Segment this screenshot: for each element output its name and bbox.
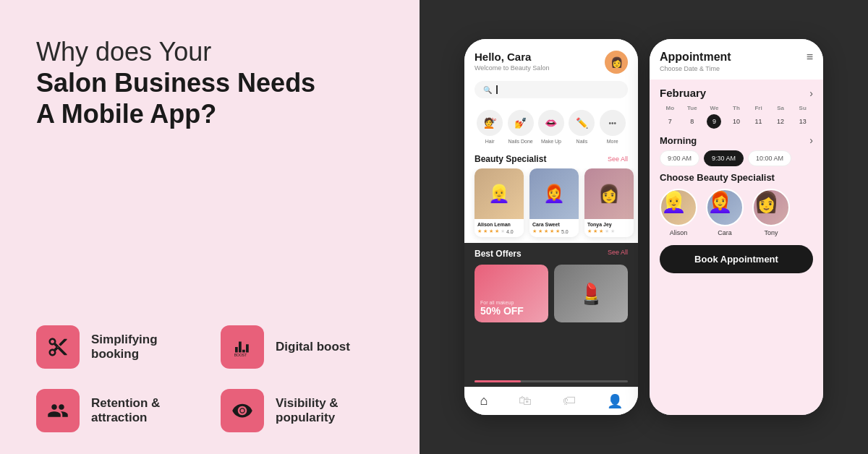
cat-hair-label: Hair: [485, 139, 495, 144]
cal-day-8[interactable]: 8: [685, 114, 699, 129]
cat-nails[interactable]: ✏️ Nails: [569, 110, 595, 144]
nav-tag-icon[interactable]: 🏷: [563, 393, 576, 409]
specialist-cara-info: Cara Sweet ★★★★★ 5.0: [529, 219, 579, 237]
phone2-specialist-label: Choose Beauty Specialist: [660, 172, 813, 183]
month-label: February: [660, 87, 706, 99]
time-chevron[interactable]: ›: [809, 134, 813, 146]
specialist-cara-photo: 👩‍🦰: [529, 168, 579, 219]
offer-big-text: 50% OFF: [480, 305, 542, 317]
p2-spec-alison[interactable]: 👱‍♀️ Alison: [660, 189, 697, 236]
month-row: February ›: [660, 87, 813, 99]
phone1-search[interactable]: 🔍: [475, 81, 628, 98]
offer-img-area: 💄: [554, 265, 628, 322]
nav-profile-icon[interactable]: 👤: [607, 393, 623, 409]
phone2-subtitle: Choose Date & Time: [660, 65, 731, 72]
specialist-alison-info: Alison Leman ★★★★★ 4.0: [475, 219, 524, 237]
right-section: Hello, Cara Welcome to Beauty Salon 👩 🔍 …: [420, 0, 868, 454]
p2-spec-cara-name: Cara: [718, 229, 732, 236]
cal-day-10[interactable]: 10: [729, 114, 744, 129]
time-slots: 9:00 AM 9:30 AM 10:00 AM: [660, 150, 813, 166]
specialist-alison[interactable]: 👱‍♀️ Alison Leman ★★★★★ 4.0: [475, 168, 524, 237]
cal-day-11[interactable]: 11: [752, 114, 766, 129]
cat-nails-icon: ✏️: [569, 110, 595, 136]
visibility-icon-box: [221, 389, 264, 432]
p2-avatar-alison: 👱‍♀️: [660, 189, 697, 226]
phone1-greeting-block: Hello, Cara Welcome to Beauty Salon: [475, 51, 549, 72]
cal-day-7[interactable]: 7: [663, 114, 677, 129]
phone1-bottom: Best Offers See All For all makeup 50% O…: [464, 243, 638, 380]
features-grid: Simplifying booking BOOST Digital boost …: [36, 325, 391, 432]
specialist-alison-stars: ★★★★★ 4.0: [477, 228, 521, 234]
specialist-tonya-name: Tonya Jey: [587, 222, 631, 227]
cal-day-13[interactable]: 13: [796, 114, 810, 129]
svg-text:BOOST: BOOST: [234, 353, 247, 357]
cat-nailsdone-label: Nails Done: [508, 139, 532, 144]
specialist-alison-name: Alison Leman: [477, 222, 521, 227]
p2-avatar-cara: 👩‍🦰: [706, 189, 744, 226]
phone2-specialist-section: Choose Beauty Specialist 👱‍♀️ Alison 👩‍🦰: [660, 172, 813, 236]
phone1-navbar: ⌂ 🛍 🏷 👤: [464, 387, 638, 415]
offer-image[interactable]: 💄: [554, 265, 628, 322]
nav-home-icon[interactable]: ⌂: [480, 393, 488, 409]
cat-hair-icon: 💇: [477, 110, 503, 136]
cat-nailsdone[interactable]: 💅 Nails Done: [508, 110, 534, 144]
p2-spec-tony[interactable]: 👩 Tony: [752, 189, 790, 236]
cal-day-12[interactable]: 12: [773, 114, 788, 129]
p2-spec-tony-name: Tony: [764, 229, 778, 236]
specialist-cara-name: Cara Sweet: [532, 222, 576, 227]
offer-bg: For all makeup 50% OFF: [475, 265, 548, 322]
specialist-section-title: Beauty Specialist: [475, 154, 546, 164]
phone1-greeting: Hello, Cara: [475, 51, 549, 63]
nav-bag-icon[interactable]: 🛍: [519, 393, 532, 409]
headline-area: Why does Your Salon Business NeedsA Mobi…: [36, 29, 391, 130]
slider-fill: [475, 380, 521, 382]
digital-icon-box: BOOST: [221, 325, 264, 369]
cat-more-icon: •••: [600, 110, 626, 136]
cat-makeup[interactable]: 👄 Make Up: [538, 110, 564, 144]
boost-icon: BOOST: [231, 336, 253, 358]
left-section: Why does Your Salon Business NeedsA Mobi…: [0, 0, 420, 454]
specialist-tonya-info: Tonya Jey ★★★★★: [584, 219, 634, 237]
svg-point-1: [241, 409, 244, 413]
feature-visibility-label: Visibility & popularity: [276, 396, 391, 425]
specialist-see-all[interactable]: See All: [608, 155, 628, 163]
specialist-tonya-stars: ★★★★★: [587, 228, 631, 234]
time-slot-900[interactable]: 9:00 AM: [660, 150, 699, 166]
phone1-specialists-list: 👱‍♀️ Alison Leman ★★★★★ 4.0 👩‍🦰 Cara Swe…: [464, 168, 638, 243]
p2-spec-cara[interactable]: 👩‍🦰 Cara: [706, 189, 744, 236]
search-icon: 🔍: [483, 86, 492, 94]
book-appointment-button[interactable]: Book Appointment: [660, 245, 813, 273]
best-offers-see-all[interactable]: See All: [608, 249, 628, 259]
eye-icon: [231, 400, 253, 421]
p2-spec-alison-name: Alison: [670, 229, 688, 236]
feature-digital: BOOST Digital boost: [221, 325, 391, 369]
month-chevron[interactable]: ›: [809, 87, 813, 99]
cat-nailsdone-icon: 💅: [508, 110, 534, 136]
cal-day-9[interactable]: 9: [707, 114, 721, 129]
p2-avatar-tony: 👩: [752, 189, 790, 226]
phone2-title: Appointment: [660, 51, 731, 64]
cal-header-sa: Sa: [770, 103, 791, 113]
slider-track: [475, 380, 628, 382]
specialist-tonya[interactable]: 👩 Tonya Jey ★★★★★: [584, 168, 634, 237]
phone1-welcome: Welcome to Beauty Salon: [475, 64, 549, 72]
menu-icon[interactable]: ≡: [807, 51, 813, 64]
cal-header-we: We: [704, 103, 725, 113]
phone1-slider: [464, 380, 638, 387]
time-slot-930[interactable]: 9:30 AM: [704, 150, 744, 166]
time-slot-1000[interactable]: 10:00 AM: [748, 150, 791, 166]
cal-header-su: Su: [792, 103, 813, 113]
best-offers-header: Best Offers See All: [475, 249, 628, 259]
best-offers-title: Best Offers: [475, 249, 522, 259]
feature-retention: Retention & attraction: [36, 389, 206, 432]
cat-makeup-label: Make Up: [541, 139, 561, 144]
phone-mockup-1: Hello, Cara Welcome to Beauty Salon 👩 🔍 …: [464, 39, 638, 415]
search-cursor: [496, 85, 498, 94]
offer-discount[interactable]: For all makeup 50% OFF: [475, 265, 548, 322]
cat-more[interactable]: ••• More: [600, 110, 626, 144]
cat-hair[interactable]: 💇 Hair: [477, 110, 503, 144]
specialist-cara[interactable]: 👩‍🦰 Cara Sweet ★★★★★ 5.0: [529, 168, 579, 237]
time-label-row: Morning ›: [660, 134, 813, 146]
cat-nails-label: Nails: [576, 139, 588, 144]
people-icon: [47, 400, 69, 421]
